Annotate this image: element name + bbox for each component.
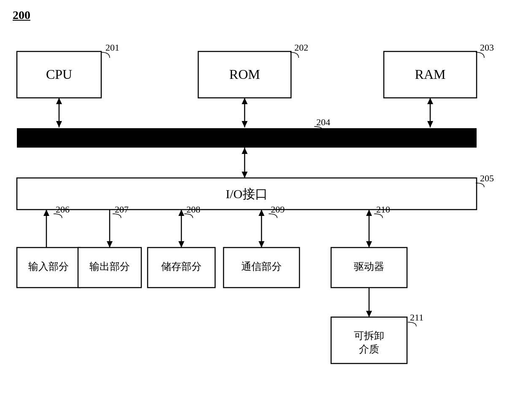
input-label: 输入部分: [28, 261, 69, 272]
output-ref: 207: [115, 204, 129, 215]
svg-marker-7: [242, 98, 248, 104]
driver-ref: 210: [376, 204, 390, 215]
svg-marker-5: [56, 121, 62, 127]
io-label: I/O接口: [226, 187, 268, 201]
svg-marker-24: [107, 241, 113, 248]
cpu-label: CPU: [46, 67, 72, 82]
rom-label: ROM: [229, 67, 260, 82]
architecture-diagram: CPU 201 ROM 202 RAM 203: [13, 35, 498, 420]
svg-marker-8: [242, 121, 248, 127]
removable-ref: 211: [410, 312, 423, 323]
removable-label-line1: 可拆卸: [354, 330, 384, 341]
input-ref: 206: [56, 204, 70, 215]
comm-label: 通信部分: [241, 261, 282, 272]
svg-marker-10: [427, 98, 433, 104]
cpu-ref: 201: [105, 42, 119, 53]
svg-marker-4: [56, 98, 62, 104]
rom-ref: 202: [294, 42, 308, 53]
svg-marker-35: [366, 210, 372, 216]
svg-marker-28: [178, 241, 184, 248]
comm-ref: 209: [271, 204, 285, 215]
output-label: 输出部分: [89, 261, 130, 272]
svg-marker-17: [242, 148, 248, 154]
svg-marker-31: [259, 210, 264, 216]
storage-ref: 208: [186, 204, 200, 215]
svg-marker-21: [43, 210, 49, 216]
svg-marker-36: [366, 241, 372, 248]
svg-marker-32: [259, 241, 264, 248]
io-ref: 205: [480, 173, 494, 183]
svg-marker-11: [427, 121, 433, 127]
ram-ref: 203: [480, 42, 494, 53]
driver-label: 驱动器: [354, 261, 384, 272]
diagram-container: 200 CPU 201 ROM 202 RAM 203: [13, 8, 510, 413]
removable-label-line2: 介质: [359, 344, 379, 355]
svg-marker-18: [242, 172, 248, 178]
bus-ref: 204: [316, 117, 330, 127]
svg-marker-27: [178, 210, 184, 216]
ram-label: RAM: [415, 67, 446, 82]
figure-number: 200: [13, 8, 30, 22]
storage-label: 储存部分: [161, 261, 202, 272]
svg-marker-39: [366, 311, 372, 317]
svg-rect-15: [34, 130, 460, 146]
